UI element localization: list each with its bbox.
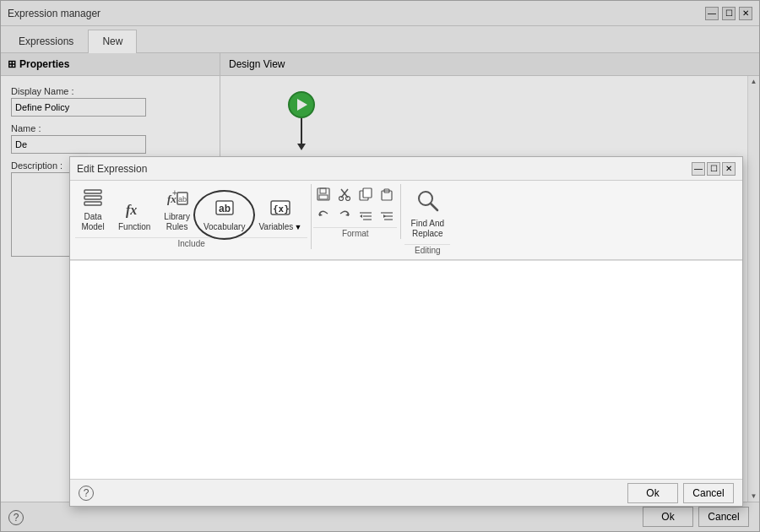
copy-button[interactable]: [356, 184, 376, 204]
dialog-close-button[interactable]: ✕: [722, 162, 736, 176]
vocabulary-icon: ab: [213, 198, 236, 220]
library-rules-label: Library Rules: [164, 212, 190, 232]
function-label: Function: [118, 222, 150, 232]
include-buttons: Data Model fx Function fx: [75, 184, 307, 236]
format-section: Format: [313, 184, 401, 239]
cut-button[interactable]: [334, 184, 355, 204]
dialog-toolbar: Data Model fx Function fx: [70, 181, 742, 260]
svg-text:+: +: [172, 188, 177, 198]
format-label: Format: [313, 227, 397, 239]
include-section: Data Model fx Function fx: [75, 184, 312, 249]
vocabulary-button[interactable]: ab Vocabulary: [198, 194, 251, 236]
indent-button[interactable]: [377, 205, 397, 225]
dialog-cancel-button[interactable]: Cancel: [683, 483, 734, 503]
find-and-replace-label: Find And Replace: [411, 219, 444, 239]
paste-button[interactable]: [377, 184, 397, 204]
svg-text:ab: ab: [178, 195, 187, 204]
variables-label: Variables: [258, 222, 293, 232]
function-button[interactable]: fx Function: [112, 194, 156, 236]
svg-marker-23: [319, 213, 323, 216]
svg-text:ab: ab: [219, 203, 231, 214]
dialog-ok-button[interactable]: Ok: [627, 483, 678, 503]
svg-marker-24: [345, 213, 349, 216]
svg-rect-14: [319, 195, 328, 199]
dialog-controls: — ☐ ✕: [692, 162, 736, 176]
svg-rect-2: [84, 202, 101, 205]
vocabulary-label: Vocabulary: [204, 222, 245, 232]
undo-button[interactable]: [313, 205, 334, 225]
svg-text:fx: fx: [126, 203, 137, 218]
edit-expression-dialog: Edit Expression — ☐ ✕ D: [69, 156, 743, 507]
include-label: Include: [75, 237, 307, 249]
dialog-minimize-button[interactable]: —: [692, 162, 705, 176]
data-model-button[interactable]: Data Model: [75, 184, 111, 236]
outdent-button[interactable]: [356, 205, 376, 225]
svg-marker-28: [360, 214, 362, 218]
expression-text-editor[interactable]: |: [70, 260, 742, 479]
svg-rect-13: [320, 188, 326, 193]
dialog-help-icon[interactable]: ?: [79, 486, 94, 501]
svg-marker-32: [383, 214, 386, 218]
data-model-label: Data Model: [81, 212, 104, 232]
find-and-replace-icon: [414, 187, 441, 217]
format-top-row: [313, 184, 397, 204]
variables-icon: {x}: [269, 198, 292, 220]
library-rules-button[interactable]: fx ab + Library Rules: [158, 184, 196, 236]
data-model-icon: [83, 187, 103, 210]
svg-rect-1: [84, 196, 101, 199]
variables-dropdown-icon: ▼: [294, 223, 301, 231]
function-icon: fx: [124, 198, 144, 220]
editing-section: Find And Replace Editing: [403, 184, 450, 256]
svg-rect-0: [84, 190, 101, 193]
library-rules-icon: fx ab +: [166, 187, 189, 210]
dialog-bottom-bar: ? Ok Cancel: [70, 479, 742, 506]
format-bottom-row: [313, 205, 397, 225]
find-and-replace-button[interactable]: Find And Replace: [404, 184, 450, 242]
svg-rect-20: [363, 188, 372, 198]
dialog-title: Edit Expression: [77, 163, 147, 175]
editing-buttons: Find And Replace: [404, 184, 450, 242]
variables-button[interactable]: {x} Variables ▼: [252, 194, 307, 236]
dialog-title-bar: Edit Expression — ☐ ✕: [70, 157, 742, 181]
dialog-maximize-button[interactable]: ☐: [707, 162, 720, 176]
dialog-action-buttons: Ok Cancel: [627, 483, 734, 503]
redo-button[interactable]: [334, 205, 355, 225]
svg-line-34: [431, 204, 437, 210]
editing-label: Editing: [404, 244, 450, 256]
svg-text:{x}: {x}: [273, 204, 290, 214]
save-button[interactable]: [313, 184, 334, 204]
